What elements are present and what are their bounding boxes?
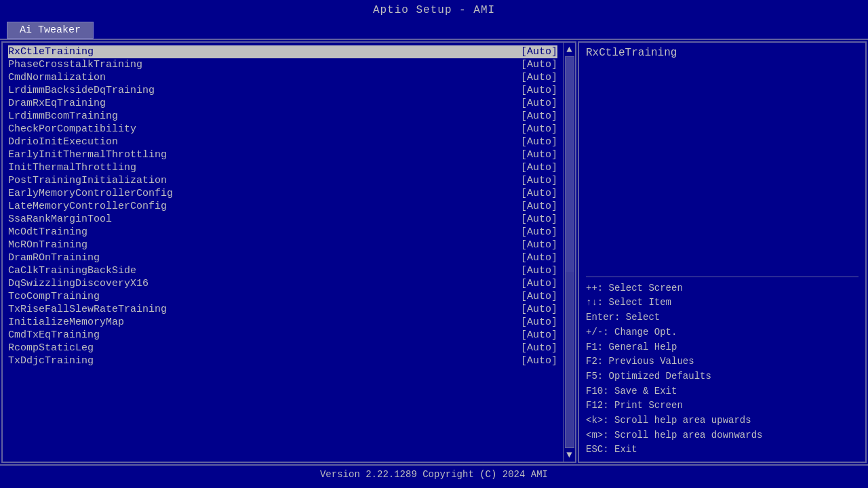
setting-name: DdrioInitExecution	[8, 136, 496, 148]
setting-value: [Auto]	[496, 162, 557, 174]
setting-name: EarlyMemoryControllerConfig	[8, 188, 496, 199]
setting-row[interactable]: EarlyInitThermalThrottling[Auto]	[8, 148, 557, 161]
title-bar: Aptio Setup - AMI	[0, 0, 868, 19]
setting-value: [Auto]	[496, 291, 557, 302]
setting-row[interactable]: SsaRankMarginTool[Auto]	[8, 213, 557, 226]
setting-name: CheckPorCompatibility	[8, 123, 496, 135]
setting-row[interactable]: RcompStaticLeg[Auto]	[8, 342, 557, 354]
setting-row[interactable]: DramRxEqTraining[Auto]	[8, 97, 557, 110]
setting-row[interactable]: PhaseCrosstalkTraining[Auto]	[8, 58, 557, 71]
key-help-line: +/-: Change Opt.	[586, 325, 859, 340]
setting-name: TxDdjcTraining	[8, 355, 496, 367]
setting-name: RcompStaticLeg	[8, 342, 496, 354]
scrollbar-up-arrow[interactable]: ▲	[566, 43, 572, 56]
key-help-line: Enter: Select	[586, 310, 859, 325]
scrollbar-thumb	[566, 57, 574, 272]
setting-value: [Auto]	[496, 175, 557, 186]
key-help-line: F12: Print Screen	[586, 399, 859, 413]
key-help: ++: Select Screen↑↓: Select ItemEnter: S…	[586, 281, 859, 458]
setting-row[interactable]: LateMemoryControllerConfig[Auto]	[8, 200, 557, 213]
setting-row[interactable]: PostTrainingInitialization[Auto]	[8, 174, 557, 187]
setting-row[interactable]: DdrioInitExecution[Auto]	[8, 136, 557, 148]
setting-row[interactable]: LrdimmBcomTraining[Auto]	[8, 110, 557, 123]
setting-row[interactable]: TcoCompTraining[Auto]	[8, 290, 557, 303]
setting-name: CmdNormalization	[8, 72, 496, 83]
setting-value: [Auto]	[496, 304, 557, 315]
setting-name: SsaRankMarginTool	[8, 214, 496, 225]
setting-value: [Auto]	[496, 123, 557, 135]
key-help-line: <m>: Scroll help area downwards	[586, 428, 859, 443]
scrollbar-track[interactable]	[565, 56, 574, 448]
key-help-line: F1: General Help	[586, 340, 859, 355]
setting-row[interactable]: DramROnTraining[Auto]	[8, 251, 557, 264]
setting-row[interactable]: InitThermalThrottling[Auto]	[8, 161, 557, 174]
tab-row: Ai Tweaker	[0, 19, 868, 40]
footer-text: Version 2.22.1289 Copyright (C) 2024 AMI	[320, 469, 548, 480]
setting-row[interactable]: CmdNormalization[Auto]	[8, 71, 557, 84]
setting-value: [Auto]	[496, 355, 557, 367]
setting-value: [Auto]	[496, 136, 557, 148]
setting-row[interactable]: McROnTraining[Auto]	[8, 239, 557, 251]
key-help-line: F5: Optimized Defaults	[586, 369, 859, 384]
left-panel: RxCtleTraining[Auto]PhaseCrosstalkTraini…	[1, 41, 576, 463]
setting-value: [Auto]	[496, 110, 557, 122]
setting-row[interactable]: CheckPorCompatibility[Auto]	[8, 123, 557, 136]
setting-name: DramROnTraining	[8, 252, 496, 264]
setting-row[interactable]: TxRiseFallSlewRateTraining[Auto]	[8, 303, 557, 316]
setting-row[interactable]: CaClkTrainingBackSide[Auto]	[8, 264, 557, 277]
tab-ai-tweaker[interactable]: Ai Tweaker	[7, 22, 94, 39]
setting-name: TxRiseFallSlewRateTraining	[8, 304, 496, 315]
scrollbar-down-arrow[interactable]: ▼	[566, 448, 572, 462]
setting-row[interactable]: TxDdjcTraining[Auto]	[8, 354, 557, 367]
setting-name: CaClkTrainingBackSide	[8, 265, 496, 277]
setting-value: [Auto]	[496, 46, 557, 58]
setting-value: [Auto]	[496, 98, 557, 109]
scrollbar[interactable]: ▲ ▼	[563, 43, 575, 462]
setting-name: RxCtleTraining	[8, 46, 496, 58]
setting-value: [Auto]	[496, 214, 557, 225]
setting-name: LateMemoryControllerConfig	[8, 201, 496, 212]
setting-row[interactable]: McOdtTraining[Auto]	[8, 226, 557, 239]
scrollbar-thumb-lower	[566, 272, 574, 447]
setting-name: McROnTraining	[8, 239, 496, 251]
right-panel: RxCtleTraining ++: Select Screen↑↓: Sele…	[578, 41, 867, 463]
setting-row[interactable]: InitializeMemoryMap[Auto]	[8, 316, 557, 329]
setting-row[interactable]: DqSwizzlingDiscoveryX16[Auto]	[8, 277, 557, 290]
setting-name: CmdTxEqTraining	[8, 329, 496, 341]
setting-value: [Auto]	[496, 59, 557, 70]
setting-name: EarlyInitThermalThrottling	[8, 149, 496, 161]
setting-row[interactable]: LrdimmBacksideDqTraining[Auto]	[8, 84, 557, 97]
setting-row[interactable]: RxCtleTraining[Auto]	[8, 45, 557, 58]
setting-value: [Auto]	[496, 252, 557, 264]
setting-name: LrdimmBcomTraining	[8, 110, 496, 122]
settings-list: RxCtleTraining[Auto]PhaseCrosstalkTraini…	[3, 43, 563, 462]
setting-value: [Auto]	[496, 342, 557, 354]
setting-row[interactable]: EarlyMemoryControllerConfig[Auto]	[8, 187, 557, 200]
key-help-line: F2: Previous Values	[586, 354, 859, 369]
setting-name: PhaseCrosstalkTraining	[8, 59, 496, 70]
main-content: RxCtleTraining[Auto]PhaseCrosstalkTraini…	[0, 40, 868, 464]
setting-name: InitThermalThrottling	[8, 162, 496, 174]
setting-value: [Auto]	[496, 201, 557, 212]
setting-row[interactable]: CmdTxEqTraining[Auto]	[8, 329, 557, 342]
setting-name: McOdtTraining	[8, 226, 496, 238]
setting-value: [Auto]	[496, 226, 557, 238]
setting-value: [Auto]	[496, 149, 557, 161]
key-help-line: ↑↓: Select Item	[586, 296, 859, 310]
setting-name: LrdimmBacksideDqTraining	[8, 85, 496, 96]
setting-value: [Auto]	[496, 329, 557, 341]
setting-value: [Auto]	[496, 239, 557, 251]
footer: Version 2.22.1289 Copyright (C) 2024 AMI	[0, 464, 868, 483]
app-title: Aptio Setup - AMI	[373, 4, 495, 16]
setting-value: [Auto]	[496, 72, 557, 83]
key-help-line: ESC: Exit	[586, 443, 859, 458]
setting-name: DqSwizzlingDiscoveryX16	[8, 278, 496, 289]
key-help-line: <k>: Scroll help area upwards	[586, 413, 859, 428]
setting-value: [Auto]	[496, 188, 557, 199]
setting-value: [Auto]	[496, 265, 557, 277]
setting-name: InitializeMemoryMap	[8, 317, 496, 328]
help-title: RxCtleTraining	[586, 47, 859, 59]
setting-value: [Auto]	[496, 278, 557, 289]
setting-name: TcoCompTraining	[8, 291, 496, 302]
setting-name: DramRxEqTraining	[8, 98, 496, 109]
